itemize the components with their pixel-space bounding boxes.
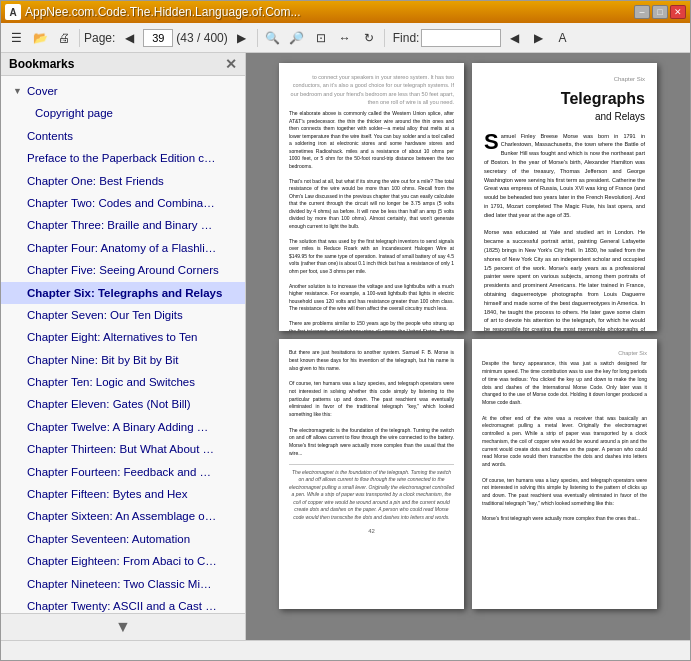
open-button[interactable]: 📂 <box>29 27 51 49</box>
bookmark-ch2[interactable]: Chapter Two: Codes and Combinatio... <box>1 192 245 214</box>
bookmark-label: Preface to the Paperback Edition code (k… <box>27 149 217 167</box>
page-header-left: to connect your speakers in your stereo … <box>289 73 454 106</box>
bookmark-ch12[interactable]: Chapter Twelve: A Binary Adding Ma... <box>1 416 245 438</box>
bookmark-label: Chapter Eighteen: From Abaci to Chi... <box>27 552 217 570</box>
bookmark-label: Chapter Sixteen: An Assemblage of M... <box>27 507 217 525</box>
bookmark-label: Chapter Three: Braille and Binary Co... <box>27 216 217 234</box>
page-body-left: The elaborate above is commonly called t… <box>289 110 454 331</box>
maximize-button[interactable]: □ <box>652 5 668 19</box>
bookmark-label: Chapter Twelve: A Binary Adding Ma... <box>27 418 217 436</box>
find-input[interactable] <box>421 29 501 47</box>
bookmark-ch10[interactable]: Chapter Ten: Logic and Switches <box>1 371 245 393</box>
bookmark-label: Chapter Twenty: ASCII and a Cast of ... <box>27 597 217 613</box>
bookmark-ch5[interactable]: Chapter Five: Seeing Around Corners <box>1 259 245 281</box>
bookmark-cover[interactable]: ▼ Cover <box>1 80 245 102</box>
bookmark-label: Chapter Two: Codes and Combinatio... <box>27 194 217 212</box>
separator-3 <box>384 29 385 47</box>
pdf-page-bottom-left: But there are just hesitations to anothe… <box>279 339 464 609</box>
zoom-out-button[interactable]: 🔍 <box>262 27 284 49</box>
bookmark-label: Chapter Ten: Logic and Switches <box>27 373 195 391</box>
separator-1 <box>79 29 80 47</box>
figure-area: The electromagnet is the foundation of t… <box>289 464 454 522</box>
page-total: (43 / 400) <box>176 31 227 45</box>
title-bar-left: A AppNee.com.Code.The.Hidden.Language.of… <box>5 4 301 20</box>
pdf-page-left: to connect your speakers in your stereo … <box>279 63 464 331</box>
bookmark-ch15[interactable]: Chapter Fifteen: Bytes and Hex <box>1 483 245 505</box>
figure-caption: The electromagnet is the foundation of t… <box>289 469 454 522</box>
zoom-in-button[interactable]: 🔎 <box>286 27 308 49</box>
bookmark-ch18[interactable]: Chapter Eighteen: From Abaci to Chi... <box>1 550 245 572</box>
pdf-viewer[interactable]: to connect your speakers in your stereo … <box>246 53 690 640</box>
chapter-header-right: Chapter Six <box>482 349 647 357</box>
bookmark-ch6[interactable]: Chapter Six: Telegraphs and Relays <box>1 282 245 304</box>
bookmark-ch4[interactable]: Chapter Four: Anatomy of a Flashligh... <box>1 237 245 259</box>
bookmark-label: Chapter Eight: Alternatives to Ten <box>27 328 197 346</box>
bookmark-ch8[interactable]: Chapter Eight: Alternatives to Ten <box>1 326 245 348</box>
window-title: AppNee.com.Code.The.Hidden.Language.of.C… <box>25 5 301 19</box>
find-prev-button[interactable]: ◀ <box>503 27 525 49</box>
minimize-button[interactable]: – <box>634 5 650 19</box>
next-page-button[interactable]: ▶ <box>231 27 253 49</box>
bookmark-label: Chapter Eleven: Gates (Not Bill) <box>27 395 191 413</box>
chapter-subtitle: and Relays <box>484 109 645 124</box>
page-input[interactable] <box>143 29 173 47</box>
bookmark-ch3[interactable]: Chapter Three: Braille and Binary Co... <box>1 214 245 236</box>
text-select-button[interactable]: A <box>551 27 573 49</box>
bookmarks-list[interactable]: ▼ Cover Copyright page Contents Preface … <box>1 76 245 613</box>
bookmark-ch19[interactable]: Chapter Nineteen: Two Classic Micro... <box>1 573 245 595</box>
page-spread-bottom: But there are just hesitations to anothe… <box>279 339 657 609</box>
page-num-42: 42 <box>289 527 454 536</box>
fit-page-button[interactable]: ⊡ <box>310 27 332 49</box>
menu-button[interactable]: ☰ <box>5 27 27 49</box>
bookmark-label: Contents <box>27 127 73 145</box>
bookmark-copyright[interactable]: Copyright page <box>1 102 245 124</box>
print-button[interactable]: 🖨 <box>53 27 75 49</box>
bookmarks-title: Bookmarks <box>9 57 74 71</box>
find-label: Find: <box>393 31 420 45</box>
bookmarks-close-button[interactable]: ✕ <box>225 57 237 71</box>
status-bar <box>1 640 690 660</box>
bookmark-label: Chapter One: Best Friends <box>27 172 164 190</box>
bookmark-label: Chapter Seven: Our Ten Digits <box>27 306 183 324</box>
bookmark-ch9[interactable]: Chapter Nine: Bit by Bit by Bit <box>1 349 245 371</box>
scroll-down-button[interactable]: ▼ <box>1 613 245 640</box>
toolbar: ☰ 📂 🖨 Page: ◀ (43 / 400) ▶ 🔍 🔎 ⊡ ↔ ↻ Fin… <box>1 23 690 53</box>
bookmark-label: Cover <box>27 82 58 100</box>
drop-cap: S <box>484 132 499 152</box>
bookmark-label: Chapter Fifteen: Bytes and Hex <box>27 485 187 503</box>
bookmark-label: Chapter Seventeen: Automation <box>27 530 190 548</box>
bookmark-ch7[interactable]: Chapter Seven: Our Ten Digits <box>1 304 245 326</box>
page-label: Page: <box>84 31 115 45</box>
bookmark-ch20[interactable]: Chapter Twenty: ASCII and a Cast of ... <box>1 595 245 613</box>
close-button[interactable]: ✕ <box>670 5 686 19</box>
expand-icon: ▼ <box>13 84 23 98</box>
bookmark-label: Chapter Nineteen: Two Classic Micro... <box>27 575 217 593</box>
bottom-left-body: But there are just hesitations to anothe… <box>289 349 454 458</box>
fit-width-button[interactable]: ↔ <box>334 27 356 49</box>
bookmark-ch16[interactable]: Chapter Sixteen: An Assemblage of M... <box>1 505 245 527</box>
bookmark-contents[interactable]: Contents <box>1 125 245 147</box>
pdf-page-right: Chapter Six Telegraphs and Relays Samuel… <box>472 63 657 331</box>
bookmark-label: Chapter Six: Telegraphs and Relays <box>27 284 222 302</box>
bookmark-ch1[interactable]: Chapter One: Best Friends <box>1 170 245 192</box>
bookmark-ch17[interactable]: Chapter Seventeen: Automation <box>1 528 245 550</box>
chapter-intro-text: Samuel Finley Breese Morse was born in 1… <box>484 132 645 331</box>
prev-page-button[interactable]: ◀ <box>118 27 140 49</box>
bookmark-label: Chapter Fourteen: Feedback and Flip... <box>27 463 217 481</box>
bookmark-label: Chapter Four: Anatomy of a Flashligh... <box>27 239 217 257</box>
title-bar: A AppNee.com.Code.The.Hidden.Language.of… <box>1 1 690 23</box>
bookmark-label: Chapter Nine: Bit by Bit by Bit <box>27 351 178 369</box>
chapter-title-area: Telegraphs and Relays <box>484 90 645 124</box>
pdf-page-bottom-right: Chapter Six Despite the fancy appearance… <box>472 339 657 609</box>
find-next-button[interactable]: ▶ <box>527 27 549 49</box>
window-controls: – □ ✕ <box>634 5 686 19</box>
rotate-button[interactable]: ↻ <box>358 27 380 49</box>
bookmark-ch13[interactable]: Chapter Thirteen: But What About Su... <box>1 438 245 460</box>
page-spread-top: to connect your speakers in your stereo … <box>279 63 657 331</box>
bookmark-label: Chapter Thirteen: But What About Su... <box>27 440 217 458</box>
bookmark-label: Copyright page <box>35 104 113 122</box>
bookmark-preface[interactable]: Preface to the Paperback Edition code (k… <box>1 147 245 169</box>
bookmark-ch14[interactable]: Chapter Fourteen: Feedback and Flip... <box>1 461 245 483</box>
bookmark-ch11[interactable]: Chapter Eleven: Gates (Not Bill) <box>1 393 245 415</box>
application-window: A AppNee.com.Code.The.Hidden.Language.of… <box>0 0 691 661</box>
